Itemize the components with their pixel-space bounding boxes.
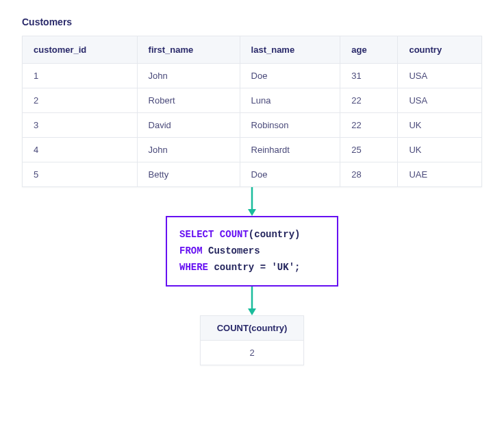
col-header: country	[398, 36, 482, 64]
col-header: last_name	[240, 36, 340, 64]
cell: 31	[340, 64, 398, 88]
cell: Betty	[137, 162, 240, 187]
cell: UK	[398, 138, 482, 162]
svg-marker-3	[248, 308, 256, 315]
svg-marker-1	[248, 209, 256, 216]
sql-keyword: FROM	[179, 245, 203, 256]
col-header: customer_id	[23, 36, 138, 64]
cell: John	[137, 138, 240, 162]
cell: 4	[23, 138, 138, 162]
result-header: COUNT(country)	[200, 316, 304, 341]
arrow-down-icon	[22, 187, 482, 216]
col-header: first_name	[137, 36, 240, 64]
cell: 28	[340, 162, 398, 187]
cell: USA	[398, 64, 482, 88]
cell: USA	[398, 88, 482, 113]
result-header-row: COUNT(country)	[200, 316, 304, 341]
sql-column: (country)	[249, 229, 301, 240]
table-row: 5 Betty Doe 28 UAE	[23, 162, 482, 187]
sql-query-block: SELECT COUNT(country) FROM Customers WHE…	[166, 216, 338, 287]
cell: Reinhardt	[240, 138, 340, 162]
cell: UAE	[398, 162, 482, 187]
cell: John	[137, 64, 240, 88]
cell: UK	[398, 113, 482, 138]
table-header-row: customer_id first_name last_name age cou…	[23, 36, 482, 64]
col-header: age	[340, 36, 398, 64]
cell: 3	[23, 113, 138, 138]
cell: 22	[340, 113, 398, 138]
cell: Doe	[240, 162, 340, 187]
table-row: 1 John Doe 31 USA	[23, 64, 482, 88]
cell: Robert	[137, 88, 240, 113]
cell: 1	[23, 64, 138, 88]
table-title: Customers	[22, 16, 482, 27]
cell: 2	[23, 88, 138, 113]
cell: 25	[340, 138, 398, 162]
result-row: 2	[200, 341, 304, 365]
cell: Robinson	[240, 113, 340, 138]
arrow-down-icon	[22, 287, 482, 315]
cell: Doe	[240, 64, 340, 88]
table-row: 4 John Reinhardt 25 UK	[23, 138, 482, 162]
table-row: 2 Robert Luna 22 USA	[23, 88, 482, 113]
sql-keyword: SELECT	[179, 229, 214, 240]
result-table: COUNT(country) 2	[200, 315, 305, 365]
cell: 22	[340, 88, 398, 113]
sql-keyword: WHERE	[179, 262, 208, 273]
table-row: 3 David Robinson 22 UK	[23, 113, 482, 138]
result-value: 2	[200, 341, 304, 365]
customers-table: customer_id first_name last_name age cou…	[22, 36, 482, 187]
cell: Luna	[240, 88, 340, 113]
sql-function: COUNT	[220, 229, 249, 240]
cell: David	[137, 113, 240, 138]
cell: 5	[23, 162, 138, 187]
sql-table: Customers	[208, 245, 260, 256]
sql-condition: country = 'UK';	[214, 262, 300, 273]
